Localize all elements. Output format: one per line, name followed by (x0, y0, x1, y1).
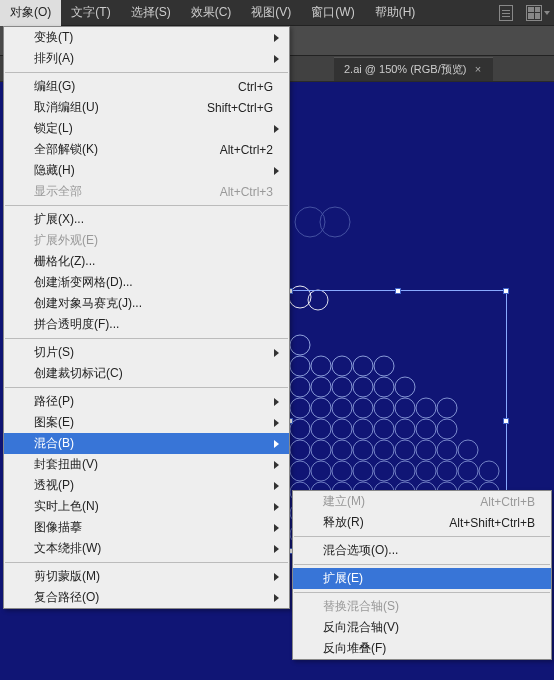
object-menu-item-27[interactable]: 文本绕排(W) (4, 538, 289, 559)
document-tab[interactable]: 2.ai @ 150% (RGB/预览) × (334, 57, 493, 81)
menu-item-label: 显示全部 (34, 183, 82, 200)
menu-item-label: 栅格化(Z)... (34, 253, 95, 270)
menu-item-label: 隐藏(H) (34, 162, 75, 179)
menu-help[interactable]: 帮助(H) (365, 0, 426, 26)
handle-t[interactable] (395, 288, 401, 294)
object-menu-item-12[interactable]: 栅格化(Z)... (4, 251, 289, 272)
object-menu-item-22[interactable]: 混合(B) (4, 433, 289, 454)
menu-item-label: 创建渐变网格(D)... (34, 274, 133, 291)
object-menu-item-5[interactable]: 锁定(L) (4, 118, 289, 139)
doc-icon[interactable] (493, 2, 519, 24)
blend-menu-item-5[interactable]: 扩展(E) (293, 568, 551, 589)
blend-menu-item-3[interactable]: 混合选项(O)... (293, 540, 551, 561)
menu-item-label: 图案(E) (34, 414, 74, 431)
menu-effect[interactable]: 效果(C) (181, 0, 242, 26)
object-menu-item-20[interactable]: 路径(P) (4, 391, 289, 412)
menu-item-label: 扩展(E) (323, 570, 363, 587)
layout-icon[interactable] (525, 2, 551, 24)
menu-view[interactable]: 视图(V) (241, 0, 301, 26)
submenu-arrow-icon (274, 398, 279, 406)
menu-item-label: 图像描摹 (34, 519, 82, 536)
menu-item-label: 复合路径(O) (34, 589, 99, 606)
menu-select[interactable]: 选择(S) (121, 0, 181, 26)
shortcut: Ctrl+G (218, 80, 273, 94)
menu-item-label: 剪切蒙版(M) (34, 568, 100, 585)
menu-item-label: 混合(B) (34, 435, 74, 452)
handle-r[interactable] (503, 418, 509, 424)
menu-item-label: 混合选项(O)... (323, 542, 398, 559)
object-menu-item-1[interactable]: 排列(A) (4, 48, 289, 69)
object-menu-item-17[interactable]: 切片(S) (4, 342, 289, 363)
submenu-arrow-icon (274, 461, 279, 469)
menu-item-label: 路径(P) (34, 393, 74, 410)
object-menu-item-23[interactable]: 封套扭曲(V) (4, 454, 289, 475)
object-menu-item-14[interactable]: 创建对象马赛克(J)... (4, 293, 289, 314)
menubar: 对象(O) 文字(T) 选择(S) 效果(C) 视图(V) 窗口(W) 帮助(H… (0, 0, 554, 26)
object-menu-item-3[interactable]: 编组(G)Ctrl+G (4, 76, 289, 97)
menu-item-label: 扩展(X)... (34, 211, 84, 228)
menu-item-label: 封套扭曲(V) (34, 456, 98, 473)
submenu-arrow-icon (274, 34, 279, 42)
shortcut: Alt+Ctrl+2 (200, 143, 273, 157)
shortcut: Alt+Ctrl+3 (200, 185, 273, 199)
submenu-arrow-icon (274, 482, 279, 490)
shortcut: Alt+Ctrl+B (460, 495, 535, 509)
menu-item-label: 反向混合轴(V) (323, 619, 399, 636)
object-menu-item-18[interactable]: 创建裁切标记(C) (4, 363, 289, 384)
shortcut: Alt+Shift+Ctrl+B (429, 516, 535, 530)
object-menu-item-24[interactable]: 透视(P) (4, 475, 289, 496)
menu-item-label: 切片(S) (34, 344, 74, 361)
submenu-arrow-icon (274, 419, 279, 427)
menu-item-label: 实时上色(N) (34, 498, 99, 515)
blend-menu-item-0: 建立(M)Alt+Ctrl+B (293, 491, 551, 512)
object-menu-item-21[interactable]: 图案(E) (4, 412, 289, 433)
close-icon[interactable]: × (472, 64, 483, 75)
menu-item-label: 创建对象马赛克(J)... (34, 295, 142, 312)
menu-item-label: 文本绕排(W) (34, 540, 101, 557)
menu-item-label: 排列(A) (34, 50, 74, 67)
object-menu-item-15[interactable]: 拼合透明度(F)... (4, 314, 289, 335)
blend-submenu: 建立(M)Alt+Ctrl+B释放(R)Alt+Shift+Ctrl+B混合选项… (292, 490, 552, 660)
menu-object[interactable]: 对象(O) (0, 0, 61, 26)
object-menu-item-30[interactable]: 复合路径(O) (4, 587, 289, 608)
menu-item-label: 释放(R) (323, 514, 364, 531)
menu-item-label: 取消编组(U) (34, 99, 99, 116)
menu-item-label: 锁定(L) (34, 120, 73, 137)
menu-item-label: 替换混合轴(S) (323, 598, 399, 615)
menu-item-label: 反向堆叠(F) (323, 640, 386, 657)
menu-window[interactable]: 窗口(W) (301, 0, 364, 26)
submenu-arrow-icon (274, 594, 279, 602)
blend-menu-item-9[interactable]: 反向堆叠(F) (293, 638, 551, 659)
object-menu-item-7[interactable]: 隐藏(H) (4, 160, 289, 181)
submenu-arrow-icon (274, 524, 279, 532)
object-menu: 变换(T)排列(A)编组(G)Ctrl+G取消编组(U)Shift+Ctrl+G… (3, 26, 290, 609)
blend-menu-item-1[interactable]: 释放(R)Alt+Shift+Ctrl+B (293, 512, 551, 533)
menu-type[interactable]: 文字(T) (61, 0, 120, 26)
object-menu-item-10[interactable]: 扩展(X)... (4, 209, 289, 230)
submenu-arrow-icon (274, 125, 279, 133)
shortcut: Shift+Ctrl+G (187, 101, 273, 115)
submenu-arrow-icon (274, 55, 279, 63)
object-menu-item-0[interactable]: 变换(T) (4, 27, 289, 48)
object-menu-item-13[interactable]: 创建渐变网格(D)... (4, 272, 289, 293)
object-menu-item-29[interactable]: 剪切蒙版(M) (4, 566, 289, 587)
object-menu-item-8: 显示全部Alt+Ctrl+3 (4, 181, 289, 202)
submenu-arrow-icon (274, 573, 279, 581)
handle-tr[interactable] (503, 288, 509, 294)
menu-item-label: 扩展外观(E) (34, 232, 98, 249)
object-menu-item-25[interactable]: 实时上色(N) (4, 496, 289, 517)
submenu-arrow-icon (274, 440, 279, 448)
submenu-arrow-icon (274, 503, 279, 511)
menu-item-label: 变换(T) (34, 29, 73, 46)
object-menu-item-4[interactable]: 取消编组(U)Shift+Ctrl+G (4, 97, 289, 118)
menu-item-label: 透视(P) (34, 477, 74, 494)
submenu-arrow-icon (274, 545, 279, 553)
object-menu-item-6[interactable]: 全部解锁(K)Alt+Ctrl+2 (4, 139, 289, 160)
submenu-arrow-icon (274, 167, 279, 175)
menu-item-label: 建立(M) (323, 493, 365, 510)
blend-menu-item-8[interactable]: 反向混合轴(V) (293, 617, 551, 638)
submenu-arrow-icon (274, 349, 279, 357)
menu-item-label: 创建裁切标记(C) (34, 365, 123, 382)
object-menu-item-11: 扩展外观(E) (4, 230, 289, 251)
object-menu-item-26[interactable]: 图像描摹 (4, 517, 289, 538)
